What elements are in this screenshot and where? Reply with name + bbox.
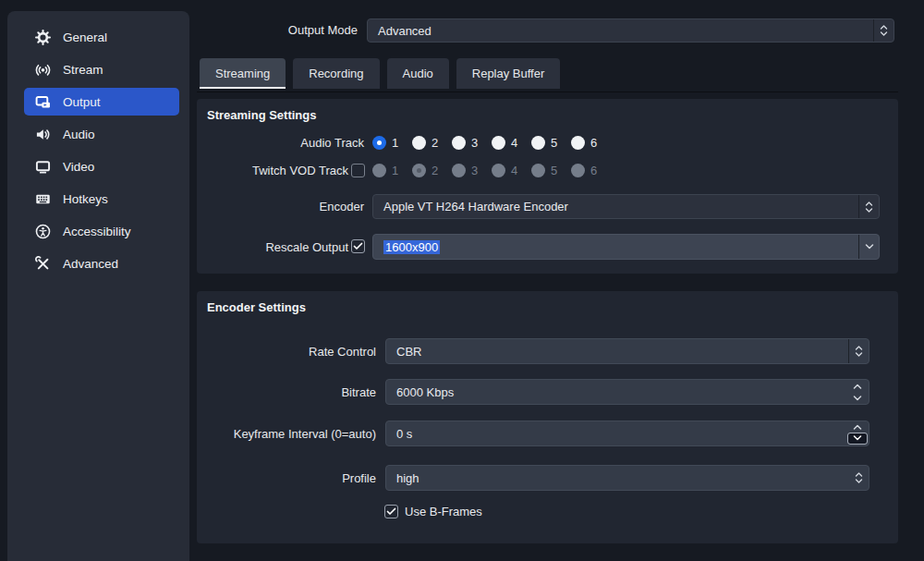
tab-streaming[interactable]: Streaming — [200, 58, 286, 89]
sidebar-item-label: General — [63, 30, 107, 44]
sidebar-item-output[interactable]: Output — [24, 88, 179, 116]
broadcast-icon — [35, 62, 51, 78]
sidebar-item-accessibility[interactable]: Accessibility — [24, 217, 179, 245]
audio-track-radio-1[interactable]: 1 — [372, 136, 412, 150]
rescale-output-combobox[interactable]: 1600x900 — [372, 234, 880, 260]
keyframe-interval-spinbox[interactable]: 0 s — [385, 421, 869, 446]
stepper-arrows-icon[interactable] — [873, 19, 894, 42]
radio-label: 1 — [392, 164, 398, 177]
sidebar-item-label: Accessibility — [63, 225, 131, 238]
twitch-vod-track-radios: 1 2 3 4 5 6 — [372, 164, 611, 177]
sidebar-item-stream[interactable]: Stream — [24, 55, 179, 83]
use-b-frames-checkbox[interactable] — [384, 505, 398, 518]
chevron-down-icon[interactable] — [858, 235, 879, 259]
radio-icon — [531, 136, 545, 150]
rescale-output-label: Rescale Output — [197, 240, 348, 254]
sidebar-item-label: Hotkeys — [63, 192, 108, 206]
radio-icon — [492, 136, 505, 150]
audio-track-radio-4[interactable]: 4 — [492, 136, 531, 150]
tab-separator — [197, 91, 898, 92]
stepper-arrows-icon[interactable] — [848, 466, 869, 490]
spin-up-icon[interactable] — [846, 380, 869, 392]
output-tabs: Streaming Recording Audio Replay Buffer — [200, 58, 560, 89]
rescale-output-checkbox[interactable] — [351, 239, 365, 253]
radio-icon — [372, 164, 386, 177]
vod-track-radio-6[interactable]: 6 — [571, 164, 611, 177]
vod-track-radio-4[interactable]: 4 — [492, 164, 531, 177]
twitch-vod-track-label: Twitch VOD Track — [197, 164, 348, 177]
sidebar-item-hotkeys[interactable]: Hotkeys — [24, 185, 179, 213]
tab-replay-buffer[interactable]: Replay Buffer — [456, 58, 561, 89]
streaming-settings-title: Streaming Settings — [207, 108, 316, 122]
check-icon — [386, 507, 396, 516]
tab-audio[interactable]: Audio — [387, 58, 449, 89]
sidebar-item-video[interactable]: Video — [24, 152, 179, 180]
sidebar-item-advanced[interactable]: Advanced — [24, 250, 179, 277]
stepper-arrows-icon[interactable] — [848, 339, 869, 363]
rescale-output-value: 1600x900 — [383, 240, 440, 254]
stepper-arrows-icon[interactable] — [858, 195, 879, 218]
radio-label: 3 — [471, 164, 478, 177]
sidebar-item-general[interactable]: General — [24, 23, 179, 51]
spin-down-icon[interactable] — [846, 392, 869, 404]
check-icon — [353, 242, 363, 250]
vod-track-radio-1[interactable]: 1 — [372, 164, 412, 177]
encoder-value: Apple VT H264 Hardware Encoder — [373, 200, 858, 213]
radio-icon — [412, 164, 426, 177]
radio-label: 2 — [432, 136, 438, 150]
obs-settings-window: General Stream Output Audio Video — [0, 0, 924, 561]
bitrate-spinbox[interactable]: 6000 Kbps — [385, 379, 869, 405]
bitrate-value: 6000 Kbps — [386, 385, 846, 399]
sidebar-item-label: Audio — [63, 128, 95, 141]
radio-icon — [412, 136, 426, 150]
audio-track-radios: 1 2 3 4 5 6 — [372, 136, 611, 150]
rate-control-label: Rate Control — [197, 345, 376, 359]
radio-icon — [372, 136, 386, 150]
sidebar-item-label: Output — [63, 95, 101, 109]
spin-down-icon[interactable] — [848, 433, 867, 445]
audio-track-radio-6[interactable]: 6 — [571, 136, 611, 150]
screen-share-icon — [35, 94, 51, 110]
accessibility-icon — [35, 224, 51, 239]
radio-label: 5 — [551, 136, 557, 150]
radio-icon — [571, 164, 585, 177]
gear-icon — [35, 30, 51, 45]
radio-label: 5 — [551, 164, 557, 177]
tools-icon — [35, 256, 51, 272]
tab-recording[interactable]: Recording — [293, 58, 379, 89]
audio-track-radio-2[interactable]: 2 — [412, 136, 452, 150]
encoder-dropdown[interactable]: Apple VT H264 Hardware Encoder — [372, 194, 880, 219]
radio-label: 6 — [590, 164, 597, 177]
radio-icon — [452, 136, 466, 150]
profile-value: high — [386, 471, 848, 485]
radio-label: 2 — [432, 164, 438, 177]
sidebar-item-audio[interactable]: Audio — [24, 120, 179, 148]
audio-track-radio-3[interactable]: 3 — [452, 136, 492, 150]
twitch-vod-track-checkbox[interactable] — [351, 164, 365, 177]
sidebar-item-label: Video — [63, 160, 94, 174]
profile-dropdown[interactable]: high — [385, 465, 869, 491]
bitrate-label: Bitrate — [197, 385, 376, 399]
radio-label: 6 — [590, 136, 597, 150]
radio-icon — [571, 136, 585, 150]
encoder-settings-title: Encoder Settings — [207, 300, 306, 314]
radio-label: 4 — [511, 136, 517, 150]
output-mode-dropdown[interactable]: Advanced — [367, 18, 894, 43]
use-b-frames-label: Use B-Frames — [405, 505, 482, 518]
profile-label: Profile — [197, 471, 376, 485]
vod-track-radio-5[interactable]: 5 — [531, 164, 571, 177]
rate-control-dropdown[interactable]: CBR — [385, 338, 869, 364]
monitor-icon — [35, 159, 51, 175]
sidebar-item-label: Stream — [63, 63, 103, 77]
vod-track-radio-3[interactable]: 3 — [452, 164, 492, 177]
radio-label: 3 — [471, 136, 478, 150]
encoder-label: Encoder — [197, 200, 364, 213]
vod-track-radio-2[interactable]: 2 — [412, 164, 452, 177]
spin-up-icon[interactable] — [846, 421, 869, 433]
keyboard-icon — [35, 191, 51, 207]
sidebar-item-label: Advanced — [63, 257, 118, 271]
audio-track-radio-5[interactable]: 5 — [531, 136, 571, 150]
keyframe-interval-label: Keyframe Interval (0=auto) — [197, 427, 376, 441]
encoder-settings-panel: Encoder Settings Rate Control CBR Bitrat… — [197, 291, 898, 543]
keyframe-interval-value: 0 s — [386, 427, 846, 441]
